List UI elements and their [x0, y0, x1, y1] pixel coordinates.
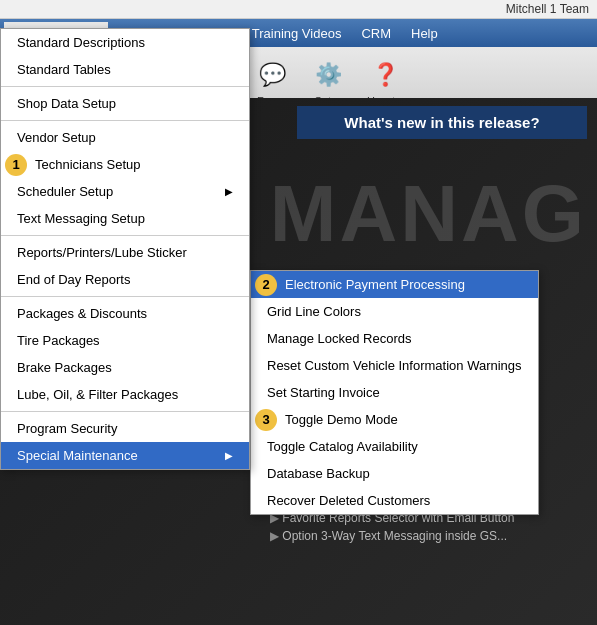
- main-dropdown: Standard Descriptions Standard Tables Sh…: [0, 28, 250, 470]
- menu-grid-line-colors[interactable]: Grid Line Colors: [251, 298, 538, 325]
- list-item: Option 3-Way Text Messaging inside GS...: [270, 527, 587, 545]
- menu-brake-packages[interactable]: Brake Packages: [1, 354, 249, 381]
- menu-set-starting[interactable]: Set Starting Invoice: [251, 379, 538, 406]
- menu-special-maintenance[interactable]: Special Maintenance: [1, 442, 249, 469]
- packages-row: Packages & Discounts: [1, 300, 249, 327]
- badge-2: 2: [255, 274, 277, 296]
- menu-training[interactable]: Training Videos: [242, 22, 352, 45]
- menu-packages-discounts[interactable]: Packages & Discounts: [1, 300, 249, 327]
- menu-vendor-setup[interactable]: Vendor Setup: [1, 124, 249, 151]
- separator-1: [1, 86, 249, 87]
- technicians-row: 1 Technicians Setup: [1, 151, 249, 178]
- menu-manage-locked[interactable]: Manage Locked Records: [251, 325, 538, 352]
- separator-4: [1, 296, 249, 297]
- help-icon: ❓: [368, 57, 404, 93]
- badge-3: 3: [255, 409, 277, 431]
- badge-1: 1: [5, 154, 27, 176]
- menu-lube-packages[interactable]: Lube, Oil, & Filter Packages: [1, 381, 249, 408]
- menu-end-of-day[interactable]: End of Day Reports: [1, 266, 249, 293]
- special-maintenance-row: Special Maintenance: [1, 442, 249, 469]
- separator-2: [1, 120, 249, 121]
- username: Mitchell 1 Team: [506, 2, 589, 16]
- menu-crm[interactable]: CRM: [351, 22, 401, 45]
- menu-electronic-payment[interactable]: Electronic Payment Processing: [281, 271, 538, 298]
- separator-5: [1, 411, 249, 412]
- menu-standard-tables[interactable]: Standard Tables: [1, 56, 249, 83]
- menu-toggle-demo[interactable]: Toggle Demo Mode: [281, 406, 538, 433]
- menu-shop-data[interactable]: Shop Data Setup: [1, 90, 249, 117]
- menu-technicians-setup[interactable]: Technicians Setup: [31, 151, 249, 178]
- menu-tire-packages[interactable]: Tire Packages: [1, 327, 249, 354]
- top-bar: Mitchell 1 Team: [0, 0, 597, 19]
- program-security-row: Program Security: [1, 415, 249, 442]
- electronic-payment-row: 2 Electronic Payment Processing: [251, 271, 538, 298]
- menu-reset-custom[interactable]: Reset Custom Vehicle Information Warning…: [251, 352, 538, 379]
- manage-bg-text: MANAG: [270, 168, 587, 260]
- menu-standard-desc[interactable]: Standard Descriptions: [1, 29, 249, 56]
- menu-scheduler-setup[interactable]: Scheduler Setup: [1, 178, 249, 205]
- menu-reports-printers[interactable]: Reports/Printers/Lube Sticker: [1, 239, 249, 266]
- menu-program-security[interactable]: Program Security: [1, 415, 249, 442]
- dropdown-container: Standard Descriptions Standard Tables Sh…: [0, 28, 250, 470]
- menu-toggle-catalog[interactable]: Toggle Catalog Availability: [251, 433, 538, 460]
- setup-icon: ⚙️: [311, 57, 347, 93]
- whats-new-container: What's new in this release?: [297, 106, 587, 139]
- whats-new-button[interactable]: What's new in this release?: [297, 106, 587, 139]
- toggle-demo-row: 3 Toggle Demo Mode: [251, 406, 538, 433]
- menu-recover-deleted[interactable]: Recover Deleted Customers: [251, 487, 538, 514]
- separator-3: [1, 235, 249, 236]
- sub-dropdown: 2 Electronic Payment Processing Grid Lin…: [250, 270, 539, 515]
- menu-text-messaging[interactable]: Text Messaging Setup: [1, 205, 249, 232]
- menu-help[interactable]: Help: [401, 22, 448, 45]
- menu-database-backup[interactable]: Database Backup: [251, 460, 538, 487]
- forum-icon: 💬: [255, 57, 291, 93]
